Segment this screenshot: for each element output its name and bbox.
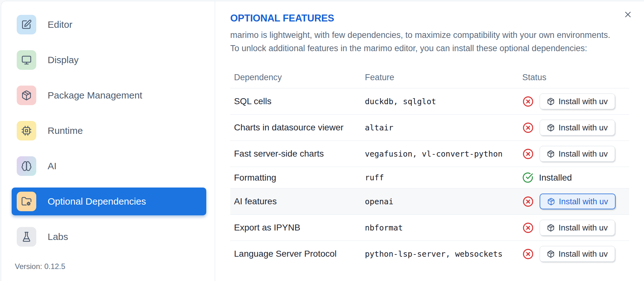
feature-cell: python-lsp-server, websockets: [361, 241, 518, 267]
install-button-label: Install with uv: [559, 123, 608, 133]
table-header-row: Dependency Feature Status: [230, 63, 629, 88]
x-circle-icon: [522, 196, 534, 207]
description-line-2: To unlock additional features in the mar…: [230, 42, 629, 55]
sidebar-item-label: Optional Dependencies: [48, 196, 146, 207]
install-button-label: Install with uv: [559, 149, 608, 159]
sidebar-item-label: AI: [48, 161, 56, 171]
install-button-label: Install with uv: [559, 197, 608, 206]
table-row-export-as-ipynb: Export as IPYNB nbformat Install with uv: [230, 215, 629, 241]
dependency-cell: AI features: [230, 188, 361, 215]
dependency-cell: Language Server Protocol: [230, 241, 361, 267]
x-circle-icon: [522, 122, 534, 134]
x-circle-icon: [522, 148, 534, 160]
page-title: OPTIONAL FEATURES: [230, 13, 629, 24]
table-row-ai-features: AI features openai Install with uv: [230, 188, 629, 215]
sidebar-item-label: Labs: [48, 231, 68, 242]
version-label: Version: 0.12.5: [15, 262, 206, 271]
table-row-sql-cells: SQL cells duckdb, sqlglot Install with u…: [230, 88, 629, 115]
optional-features-table: Dependency Feature Status SQL cells duck…: [230, 63, 629, 267]
status-cell: Install with uv: [518, 241, 629, 267]
x-circle-icon: [522, 96, 534, 107]
brain-icon: [17, 156, 36, 176]
dependency-cell: Formatting: [230, 167, 361, 188]
sidebar-nav: Editor Display Package Management Runtim…: [12, 11, 206, 251]
feature-cell: duckdb, sqlglot: [361, 88, 518, 115]
sidebar-item-label: Runtime: [48, 125, 83, 136]
package-icon: [547, 198, 555, 206]
description-line-1: marimo is lightweight, with few dependen…: [230, 28, 629, 42]
feature-cell: vegafusion, vl-convert-python: [361, 141, 518, 167]
settings-content: OPTIONAL FEATURES marimo is lightweight,…: [215, 1, 644, 281]
sidebar-item-label: Editor: [48, 19, 72, 30]
package-icon: [547, 150, 555, 158]
column-header-dependency: Dependency: [230, 63, 361, 88]
install-with-uv-button[interactable]: Install with uv: [540, 194, 616, 209]
display-icon: [17, 50, 36, 70]
package-icon: [17, 86, 36, 105]
package-icon: [547, 250, 555, 258]
dependency-cell: SQL cells: [230, 88, 361, 115]
install-with-uv-button[interactable]: Install with uv: [540, 93, 615, 109]
table-body: SQL cells duckdb, sqlglot Install with u…: [230, 88, 629, 267]
status-cell: Install with uv: [518, 88, 629, 115]
x-circle-icon: [522, 248, 534, 260]
table-row-language-server-protocol: Language Server Protocol python-lsp-serv…: [230, 241, 629, 267]
status-cell: Install with uv: [518, 141, 629, 167]
sidebar-item-label: Display: [48, 55, 79, 65]
sidebar-item-labs[interactable]: Labs: [12, 223, 206, 251]
feature-cell: openai: [361, 188, 518, 215]
dependency-cell: Charts in datasource viewer: [230, 115, 361, 141]
install-with-uv-button[interactable]: Install with uv: [540, 246, 615, 262]
sidebar-item-display[interactable]: Display: [12, 46, 206, 74]
install-with-uv-button[interactable]: Install with uv: [540, 220, 615, 236]
editor-icon: [17, 15, 36, 34]
feature-cell: nbformat: [361, 215, 518, 241]
sidebar-item-runtime[interactable]: Runtime: [12, 117, 206, 145]
dependency-cell: Fast server-side charts: [230, 141, 361, 167]
status-cell: Install with uv: [518, 215, 629, 241]
check-circle-icon: [522, 172, 533, 183]
settings-sidebar: Editor Display Package Management Runtim…: [1, 1, 215, 281]
install-button-label: Install with uv: [559, 223, 608, 233]
close-icon[interactable]: [623, 9, 633, 20]
sidebar-item-ai[interactable]: AI: [12, 152, 206, 180]
package-icon: [547, 98, 555, 105]
status-cell: Installed: [518, 167, 629, 188]
sidebar-item-label: Package Management: [48, 90, 142, 101]
feature-cell: ruff: [361, 167, 518, 188]
feature-cell: altair: [361, 115, 518, 141]
page-description: marimo is lightweight, with few dependen…: [230, 28, 629, 55]
table-row-fast-server-side-charts: Fast server-side charts vegafusion, vl-c…: [230, 141, 629, 167]
status-cell: Install with uv: [518, 188, 629, 215]
x-circle-icon: [522, 222, 534, 234]
install-button-label: Install with uv: [559, 249, 608, 259]
package-icon: [547, 124, 555, 132]
install-button-label: Install with uv: [559, 97, 608, 106]
settings-dialog: Editor Display Package Management Runtim…: [1, 1, 644, 281]
installed-label: Installed: [539, 173, 572, 183]
install-with-uv-button[interactable]: Install with uv: [540, 146, 615, 162]
column-header-feature: Feature: [361, 63, 518, 88]
table-row-formatting: Formatting ruff Installed: [230, 167, 629, 188]
dependency-cell: Export as IPYNB: [230, 215, 361, 241]
sidebar-item-editor[interactable]: Editor: [12, 11, 206, 39]
column-header-status: Status: [518, 63, 629, 88]
flask-icon: [17, 227, 36, 247]
runtime-icon: [17, 121, 36, 140]
sidebar-item-package-management[interactable]: Package Management: [12, 81, 206, 109]
table-row-charts-in-datasource-viewer: Charts in datasource viewer altair Insta…: [230, 115, 629, 141]
sidebar-item-optional-dependencies[interactable]: Optional Dependencies: [12, 188, 206, 215]
status-cell: Install with uv: [518, 115, 629, 141]
package-icon: [547, 224, 555, 232]
install-with-uv-button[interactable]: Install with uv: [540, 120, 615, 135]
folder-cog-icon: [17, 192, 36, 211]
